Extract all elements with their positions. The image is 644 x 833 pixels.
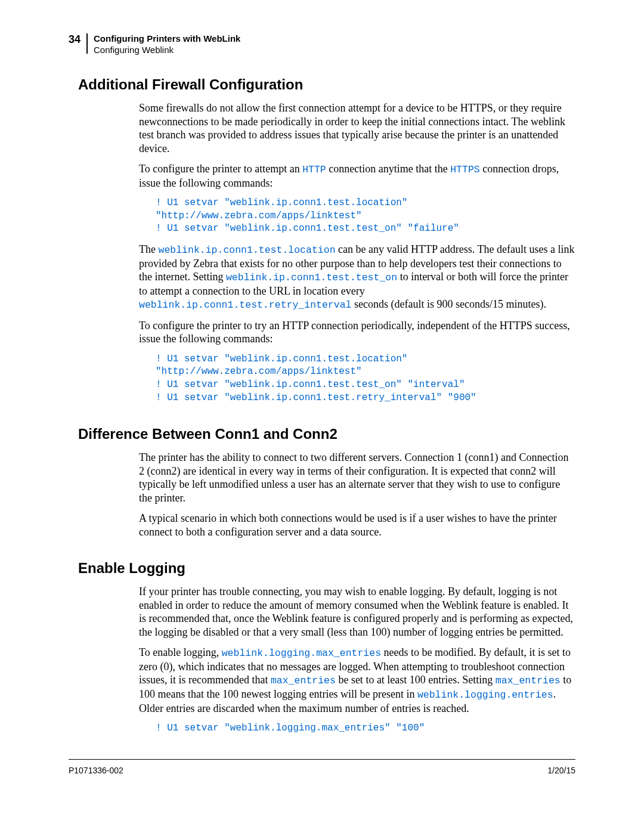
inline-code: max_entries bbox=[496, 675, 561, 686]
paragraph: A typical scenario in which both connect… bbox=[139, 512, 575, 538]
page-footer: P1071336-002 1/20/15 bbox=[69, 759, 575, 775]
paragraph: The printer has the ability to connect t… bbox=[139, 451, 575, 504]
page-header: 34 Configuring Printers with WebLink Con… bbox=[69, 33, 575, 55]
inline-code: weblink.ip.conn1.test.retry_interval bbox=[139, 299, 351, 311]
footer-right: 1/20/15 bbox=[547, 766, 575, 775]
text: connection anytime that the bbox=[326, 163, 450, 175]
section-heading-logging: Enable Logging bbox=[78, 560, 575, 577]
code-block: ! U1 setvar "weblink.ip.conn1.test.locat… bbox=[156, 197, 575, 236]
header-title: Configuring Printers with WebLink bbox=[94, 33, 240, 44]
code-block: ! U1 setvar "weblink.logging.max_entries… bbox=[156, 722, 575, 735]
text: seconds (default is 900 seconds/15 minut… bbox=[351, 298, 546, 310]
page-number: 34 bbox=[69, 33, 80, 46]
section-heading-conn: Difference Between Conn1 and Conn2 bbox=[78, 426, 575, 442]
paragraph: To configure the printer to try an HTTP … bbox=[139, 319, 575, 346]
content: Additional Firewall Configuration Some f… bbox=[78, 76, 575, 735]
text: The bbox=[139, 243, 158, 255]
inline-code: weblink.ip.conn1.test.location bbox=[158, 244, 335, 256]
inline-code: HTTP bbox=[302, 164, 326, 175]
section-heading-firewall: Additional Firewall Configuration bbox=[78, 76, 575, 93]
header-subtitle: Configuring Weblink bbox=[94, 45, 240, 55]
paragraph: To configure the printer to attempt an H… bbox=[139, 162, 575, 190]
paragraph: If your printer has trouble connecting, … bbox=[139, 585, 575, 639]
footer-left: P1071336-002 bbox=[69, 766, 123, 775]
page: 34 Configuring Printers with WebLink Con… bbox=[0, 0, 644, 805]
header-divider bbox=[86, 33, 88, 54]
text: To configure the printer to attempt an bbox=[139, 163, 302, 175]
inline-code: weblink.ip.conn1.test.test_on bbox=[226, 272, 397, 283]
header-titles: Configuring Printers with WebLink Config… bbox=[94, 33, 240, 55]
inline-code: max_entries bbox=[271, 675, 336, 686]
paragraph: Some firewalls do not allow the first co… bbox=[139, 101, 575, 155]
code-block: ! U1 setvar "weblink.ip.conn1.test.locat… bbox=[156, 353, 575, 404]
text: be set to at least 100 entries. Setting bbox=[336, 674, 496, 686]
section-body-conn: The printer has the ability to connect t… bbox=[139, 451, 575, 538]
inline-code: weblink.logging.entries bbox=[417, 689, 553, 701]
paragraph: To enable logging, weblink.logging.max_e… bbox=[139, 646, 575, 715]
inline-code: HTTPS bbox=[450, 164, 480, 175]
section-body-firewall: Some firewalls do not allow the first co… bbox=[139, 101, 575, 404]
section-body-logging: If your printer has trouble connecting, … bbox=[139, 585, 575, 735]
text: To enable logging, bbox=[139, 646, 222, 658]
inline-code: weblink.logging.max_entries bbox=[222, 648, 381, 659]
paragraph: The weblink.ip.conn1.test.location can b… bbox=[139, 243, 575, 312]
